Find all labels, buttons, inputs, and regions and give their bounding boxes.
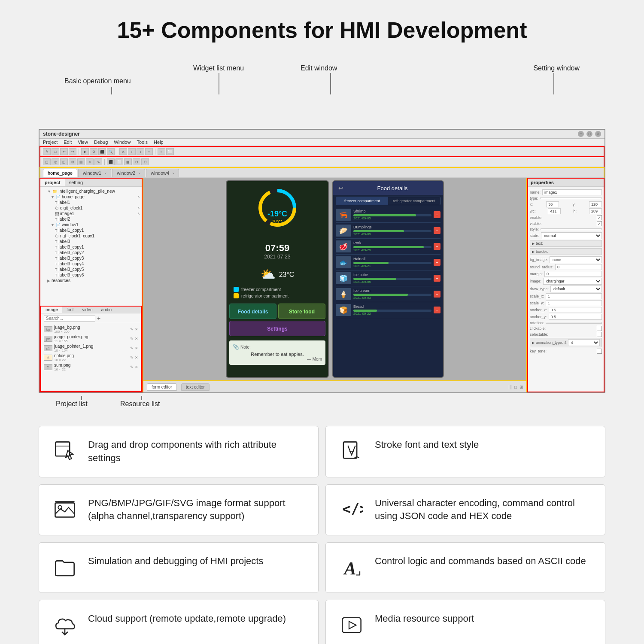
file-edit-1[interactable]: ✎ [130, 337, 134, 341]
tree-item-root[interactable]: ▼ 📁 Intelligent_charging_pile_new [42, 188, 140, 194]
prop-anchory-value[interactable]: 0.5 [549, 314, 602, 320]
prop-bgimage-select[interactable]: none [550, 256, 602, 263]
freezer-tab[interactable]: freezer compartment [336, 197, 388, 205]
prop-animation-select[interactable]: 4 [568, 339, 600, 346]
toolbar-btn-11[interactable]: ↕ [137, 148, 144, 155]
res-tab-audio[interactable]: audio [97, 307, 116, 313]
prop-clickable-check[interactable] [597, 326, 602, 331]
maximize-btn[interactable]: □ [586, 131, 592, 137]
prop-visible-check[interactable]: ✓ [597, 221, 602, 226]
menu-tools[interactable]: Tools [137, 140, 148, 145]
back-icon[interactable]: ↩ [338, 185, 343, 191]
tree-item-label2[interactable]: T label2 [42, 216, 140, 222]
toolbar-btn-7[interactable]: ⬛ [98, 148, 106, 155]
res-tab-image[interactable]: image [41, 307, 62, 313]
tab-window2[interactable]: window2 × [112, 169, 145, 177]
toolbar2-btn-11[interactable]: ⊡ [133, 158, 140, 165]
tab-window4[interactable]: window4 × [146, 169, 179, 177]
menu-view[interactable]: View [78, 140, 88, 145]
tree-item-digitclock[interactable]: ⏱ digit_clock1 ∧ [42, 205, 140, 211]
tree-item-home[interactable]: ▼ 📄 home_page ∧ [42, 194, 140, 200]
file-edit-4[interactable]: ✎ [130, 365, 134, 369]
tree-item-label3c3[interactable]: T label3_copy3 [42, 255, 140, 261]
prop-anchorx-value[interactable]: 0.5 [549, 307, 602, 313]
toolbar2-btn-4[interactable]: ⊞ [69, 158, 76, 165]
food-del-dumplings[interactable]: − [434, 227, 440, 234]
food-del-bread[interactable]: − [434, 307, 440, 313]
menu-window[interactable]: Window [114, 140, 131, 145]
toolbar2-btn-8[interactable]: ⬛ [107, 158, 115, 165]
close-btn[interactable]: × [595, 131, 601, 137]
food-del-hairtail[interactable]: − [434, 259, 440, 266]
res-tab-font[interactable]: font [62, 307, 78, 313]
prop-scaley-value[interactable]: 1 [546, 300, 602, 306]
toolbar-btn-6[interactable]: ⚙ [90, 148, 97, 155]
tree-item-label3c1[interactable]: T label3_copy1 [42, 244, 140, 250]
toolbar-btn-14[interactable]: ⬜ [166, 148, 174, 155]
tree-item-label3c6[interactable]: T label3_copy6 [42, 272, 140, 278]
res-tab-video[interactable]: video [78, 307, 97, 313]
food-del-icecube[interactable]: − [434, 275, 440, 282]
prop-selectable-check[interactable] [597, 332, 602, 337]
file-edit-0[interactable]: ✎ [130, 327, 134, 331]
toolbar2-btn-6[interactable]: ≈ [86, 158, 94, 165]
tree-item-image1[interactable]: 🖼 image1 ∧ [42, 211, 140, 216]
toolbar2-btn-7[interactable]: ∿ [94, 158, 102, 165]
tree-item-label1[interactable]: T label1 [42, 200, 140, 205]
toolbar-btn-4[interactable]: ↪ [69, 148, 76, 155]
file-del-1[interactable]: ✕ [135, 337, 138, 341]
minimize-btn[interactable]: − [578, 131, 584, 137]
prop-h-value[interactable]: 289 [589, 208, 602, 214]
tree-item-label3[interactable]: T label3 [42, 239, 140, 244]
prop-rotation-value[interactable] [546, 322, 602, 324]
toolbar2-btn-10[interactable]: ▦ [124, 158, 132, 165]
toolbar2-btn-2[interactable]: ◎ [52, 158, 59, 165]
food-del-icecream[interactable]: − [434, 291, 440, 298]
prop-margin-value[interactable]: 0 [544, 271, 602, 277]
menu-debug[interactable]: Debug [94, 140, 108, 145]
toolbar2-btn-1[interactable]: ▢ [43, 158, 51, 165]
prop-round-value[interactable]: 0 [555, 264, 602, 270]
settings-btn[interactable]: Settings [229, 321, 325, 336]
tree-item-resources[interactable]: ▶ resources [42, 278, 140, 283]
tab-home-page[interactable]: home_page [43, 169, 77, 177]
file-edit-2[interactable]: ✎ [130, 346, 134, 350]
store-food-btn[interactable]: Store food [278, 304, 325, 319]
fridge-tab[interactable]: refrigerator compartment [388, 197, 440, 205]
toolbar-btn-12[interactable]: ↔ [145, 148, 153, 155]
menu-project[interactable]: Project [43, 140, 58, 145]
file-del-2[interactable]: ✕ [135, 346, 138, 350]
toolbar-btn-10[interactable]: T [128, 148, 136, 155]
panel-project-tab[interactable]: project [40, 179, 65, 186]
prop-image-select[interactable]: chargingar [543, 278, 602, 285]
prop-keytone-check[interactable] [597, 349, 602, 354]
prop-state-select[interactable]: normal [541, 232, 602, 239]
file-del-4[interactable]: ✕ [135, 365, 138, 369]
toolbar-btn-13[interactable]: ≡ [158, 148, 165, 155]
file-edit-3[interactable]: ✎ [130, 355, 134, 360]
toolbar-btn-1[interactable]: ✎ [43, 148, 51, 155]
resource-search-input[interactable] [44, 315, 95, 322]
toolbar-btn-2[interactable]: □ [52, 148, 59, 155]
food-del-pork[interactable]: − [434, 243, 440, 250]
menu-edit[interactable]: Edit [64, 140, 72, 145]
tree-item-label3c2[interactable]: T label3_copy2 [42, 250, 140, 255]
tree-item-label1copy1[interactable]: T label1_copy1 [42, 228, 140, 233]
menu-help[interactable]: Help [154, 140, 164, 145]
tree-item-label3c4[interactable]: T label3_copy4 [42, 261, 140, 267]
toolbar2-btn-12[interactable]: ⊟ [141, 158, 149, 165]
tree-item-label3c5[interactable]: T label3_copy5 [42, 267, 140, 272]
file-del-3[interactable]: ✕ [135, 355, 138, 360]
file-del-0[interactable]: ✕ [135, 327, 138, 331]
prop-drawtype-select[interactable]: default [550, 286, 602, 292]
bottom-tab-text[interactable]: text editor [181, 383, 210, 391]
toolbar-btn-5[interactable]: ▶ [81, 148, 89, 155]
food-details-btn[interactable]: Food details [229, 304, 276, 319]
toolbar2-btn-3[interactable]: ◫ [60, 158, 68, 165]
resource-add-btn[interactable]: + [97, 315, 100, 322]
toolbar2-btn-9[interactable]: ⬜ [115, 158, 123, 165]
toolbar-btn-8[interactable]: 🔍 [107, 148, 115, 155]
tree-item-rightclock[interactable]: ⏱ rigt_clock1_copy1 [42, 233, 140, 239]
prop-w-value[interactable]: 411 [548, 208, 561, 214]
tree-item-window1[interactable]: ▼ 📄 window1 [42, 222, 140, 228]
